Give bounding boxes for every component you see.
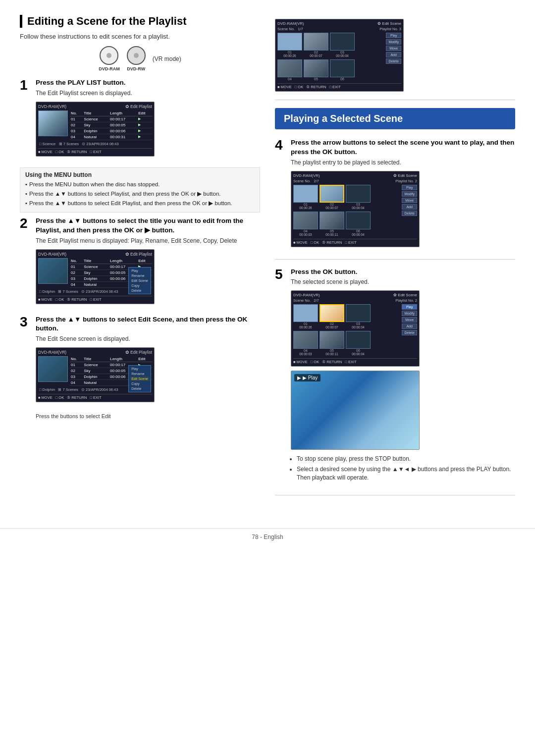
ss3-side-menu: Play Rename Edit Scene Copy Delete <box>128 365 151 392</box>
table-row: 03Dolphin00:00:06▶ <box>70 128 152 134</box>
step-3-desc: The Edit Scene screen is displayed. <box>36 335 260 343</box>
dvd-ram-inner <box>107 53 111 58</box>
sg3-side-btns: Play Modify Move Add Delete <box>402 304 417 357</box>
sg2-btn-delete[interactable]: Delete <box>402 211 417 216</box>
sg1-playlist-no: Playlist No. 3 <box>379 27 401 31</box>
thumb-04 <box>277 59 302 77</box>
scene-grid-1: DVD-RAM(VR) ✿ Edit Scene Scene No. 1/7 P… <box>275 19 404 92</box>
thumb-02 <box>304 33 328 51</box>
sg2-ok: □ OK <box>311 240 319 245</box>
ss2-thumb <box>38 258 68 284</box>
sg2-body: 01 00:00:26 02 00:00:07 <box>293 185 417 237</box>
step-2-desc: The Edit Playlist menu is displayed: Pla… <box>36 237 260 245</box>
sg2-scene-04: 04 00:00:03 <box>293 212 318 236</box>
sg2-return: ⑤ RETURN <box>322 240 342 245</box>
sg3-thumb-02 <box>320 304 344 322</box>
sg3-thumb-01 <box>293 304 318 322</box>
page-footer: 78 - English <box>0 528 535 550</box>
step-2-content: Press the ▲▼ buttons to select the title… <box>36 216 260 308</box>
step-4-num: 4 <box>275 138 287 152</box>
ss2-ok: □ OK <box>55 297 64 302</box>
sg1-row1: 01 00:00:26 02 00:00:07 03 <box>277 33 384 57</box>
sg2-thumb-05 <box>320 212 344 229</box>
sg3-thumb-06 <box>346 331 371 349</box>
left-column: Editing a Scene for the Playlist Follow … <box>20 15 260 503</box>
sg3-return: ⑤ RETURN <box>322 360 342 364</box>
sg1-btn-add[interactable]: Add <box>386 52 401 57</box>
ss3-body: No. Title Length Edit 01Science00:00:17▶… <box>38 356 152 386</box>
bullet-note-1: To stop scene play, press the STOP butto… <box>297 455 515 463</box>
sg2-scene-03: 03 00:00:04 <box>346 185 371 210</box>
step-1-title: Press the PLAY LIST button. <box>36 78 260 88</box>
sg1-return: ⑤ RETURN <box>306 85 326 89</box>
menu-copy: Copy <box>130 283 150 288</box>
dvd-ram-circle <box>100 46 118 65</box>
ss2-table-area: No. Title Length Edit 01Science00:00:17▶… <box>70 258 152 288</box>
ss1-footer: ■ MOVE □ OK ⑤ RETURN □ EXIT <box>38 148 152 154</box>
dvd-icons-area: DVD-RAM DVD-RW (VR mode) <box>20 46 260 71</box>
sg3-btn-move[interactable]: Move <box>402 317 417 323</box>
menu-note-title: Using the MENU button <box>25 171 255 178</box>
sg2-scene-02: 02 00:00:07 <box>320 185 344 210</box>
sg3-scene-02: 02 00:00:07 <box>320 304 344 329</box>
sg3-row1: 01 00:00:26 02 00:00:07 <box>293 304 400 329</box>
footer-text: 78 - English <box>252 534 283 540</box>
sg1-btn-play[interactable]: Play <box>386 33 401 38</box>
ss1-info: □ Science ⊞ 7 Scenes ⊙ 23/APR/2004 06:43 <box>38 141 152 147</box>
dvd-rw-label: DVD-RW <box>127 66 145 71</box>
sg3-btn-modify[interactable]: Modify <box>402 311 417 316</box>
sg3-exit: □ EXIT <box>345 360 357 364</box>
sg3-ok: □ OK <box>311 360 319 364</box>
ss1-body: No. Title Length Edit 01Science00:00:17▶… <box>38 110 152 140</box>
sg3-btn-delete[interactable]: Delete <box>402 330 417 335</box>
ss2-col-edit: Edit <box>137 258 152 264</box>
ss1-table: No. Title Length Edit 01Science00:00:17▶… <box>70 110 152 140</box>
sg3-btn-add[interactable]: Add <box>402 324 417 329</box>
dvd-rw-circle <box>127 46 146 65</box>
sg3-thumb-04 <box>293 331 318 349</box>
sg3-playlist-no: Playlist No. 2 <box>395 298 417 303</box>
sg3-btn-play[interactable]: Play <box>402 304 417 310</box>
sg3-scene-04: 04 00:00:03 <box>293 331 318 356</box>
step-2: 2 Press the ▲▼ buttons to select the tit… <box>20 216 260 308</box>
ss1-exit: □ EXIT <box>90 150 102 154</box>
sg2-row2: 04 00:00:03 05 00:00:11 <box>293 212 400 236</box>
section-subtitle: Follow these instructions to edit scenes… <box>20 33 260 40</box>
sg3-body: 01 00:00:26 02 00:00:07 <box>293 304 417 357</box>
sg1-btn-modify[interactable]: Modify <box>386 39 401 45</box>
step-5-num: 5 <box>275 268 287 281</box>
menu-play: Play <box>130 269 150 273</box>
screenshot-3: DVD-RAM(VR) ✿ Edit Playlist No. Title <box>36 347 155 402</box>
sg1-scene-03: 03 00:00:04 <box>330 33 355 57</box>
sm3-edit-scene: Edit Scene <box>130 377 150 381</box>
sg1-header: DVD-RAM(VR) ✿ Edit Scene <box>277 21 401 26</box>
sg2-btn-add[interactable]: Add <box>402 204 417 210</box>
sg2-btn-modify[interactable]: Modify <box>402 191 417 197</box>
sg1-btn-move[interactable]: Move <box>386 46 401 51</box>
ss3-col-length: Length <box>109 356 137 362</box>
ss3-header: DVD-RAM(VR) ✿ Edit Playlist <box>38 350 152 355</box>
ss2-header-right: ✿ Edit Playlist <box>125 252 152 257</box>
sm3-copy: Copy <box>130 381 150 386</box>
step-2-title: Press the ▲▼ buttons to select the title… <box>36 216 260 235</box>
sg2-btn-play[interactable]: Play <box>402 185 417 190</box>
step-5-title: Press the OK button. <box>291 268 515 277</box>
sg3-move: ■ MOVE <box>293 360 308 364</box>
play-btn-overlay: ▶ ▶ Play <box>294 374 321 381</box>
sg2-header-right: ✿ Edit Scene <box>393 173 417 178</box>
dvd-rw-icon: DVD-RW <box>127 46 146 71</box>
ss1-col-no: No. <box>70 110 83 116</box>
ss3-table-area: No. Title Length Edit 01Science00:00:17▶… <box>70 356 152 386</box>
sg1-btn-delete[interactable]: Delete <box>386 58 401 64</box>
ss1-header: DVD-RAM(VR) ✿ Edit Playlist <box>38 104 152 109</box>
sg2-thumb-06 <box>346 212 371 229</box>
divider-1 <box>275 100 515 100</box>
sg1-scene-05: 05 <box>304 59 328 81</box>
sg2-btn-move[interactable]: Move <box>402 198 417 203</box>
step-4-title: Press the arrow buttons to select the sc… <box>291 138 515 157</box>
sg2-scene-06: 06 00:00:04 <box>346 212 371 236</box>
sg2-footer: ■ MOVE □ OK ⑤ RETURN □ EXIT <box>293 239 417 245</box>
page-container: Editing a Scene for the Playlist Follow … <box>0 0 535 518</box>
thumb-06 <box>330 59 355 77</box>
bullet-note-2: Select a desired scene by using the ▲▼◄ … <box>297 465 515 482</box>
